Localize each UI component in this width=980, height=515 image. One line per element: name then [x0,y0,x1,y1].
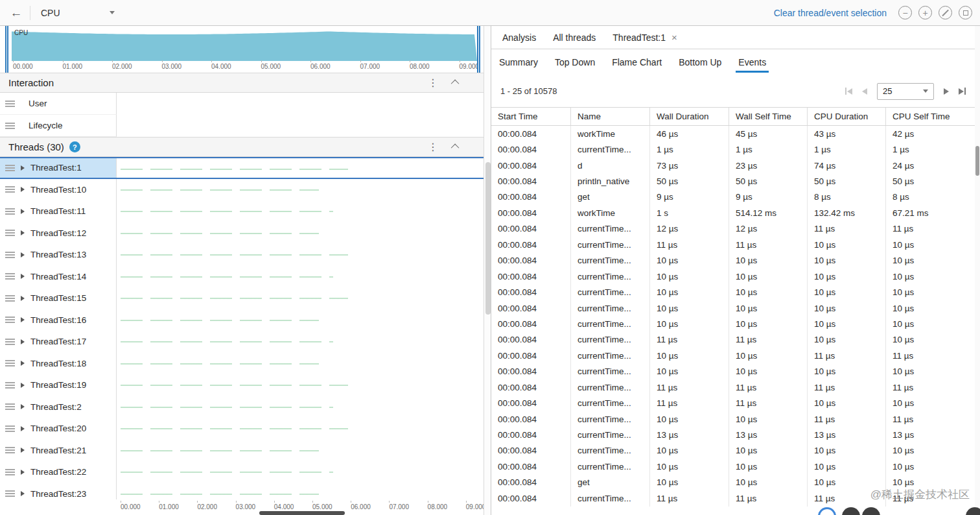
drag-handle-icon[interactable] [5,360,15,366]
table-scrollbar-thumb[interactable] [975,146,979,176]
expand-arrow-icon[interactable] [21,448,25,453]
expand-arrow-icon[interactable] [21,209,25,214]
thread-track[interactable] [117,440,484,462]
interaction-kebab-menu-icon[interactable]: ⋮ [428,77,438,89]
table-row[interactable]: 00:00.084currentTime...13 µs13 µs13 µs13… [491,427,975,442]
threads-scrollbar[interactable] [484,26,491,515]
threads-kebab-menu-icon[interactable]: ⋮ [428,141,438,153]
drag-handle-icon[interactable] [5,295,15,302]
tab-analysis[interactable]: Analysis [494,26,544,49]
thread-row[interactable]: ThreadTest:22 [0,461,484,483]
table-row[interactable]: 00:00.084currentTime...11 µs11 µs11 µs11… [491,490,975,506]
thread-track[interactable] [117,418,484,440]
user-track[interactable] [117,93,484,115]
zoom-in-button[interactable]: + [918,6,932,19]
thread-row[interactable]: ThreadTest:20 [0,418,484,440]
table-row[interactable]: 00:00.084println_native50 µs50 µs50 µs50… [491,173,975,189]
thread-track[interactable] [117,266,484,288]
interaction-section-header[interactable]: Interaction ⋮ [0,73,484,93]
drag-handle-icon[interactable] [5,186,15,193]
table-row[interactable]: 00:00.084currentTime...11 µs11 µs10 µs10… [491,332,975,348]
thread-track[interactable] [117,309,484,331]
expand-arrow-icon[interactable] [21,296,25,301]
drag-handle-icon[interactable] [5,252,15,258]
thread-track[interactable] [117,287,484,309]
table-row[interactable]: 00:00.084currentTime...10 µs10 µs10 µs10… [491,443,975,459]
table-row[interactable]: 00:00.084currentTime...10 µs10 µs10 µs10… [491,459,975,474]
drag-handle-icon[interactable] [5,101,15,107]
table-row[interactable]: 00:00.084currentTime...10 µs10 µs10 µs10… [491,253,975,269]
table-row[interactable]: 00:00.084currentTime...10 µs10 µs10 µs10… [491,364,975,379]
interaction-collapse-icon[interactable] [451,80,460,88]
back-button[interactable]: ← [8,6,25,20]
drag-handle-icon[interactable] [5,339,15,345]
first-page-button[interactable] [845,88,852,95]
expand-arrow-icon[interactable] [21,317,25,322]
previous-page-button[interactable] [862,88,867,95]
table-row[interactable]: 00:00.084currentTime...10 µs10 µs11 µs11… [491,411,975,427]
table-row[interactable]: 00:00.084get10 µs10 µs10 µs10 µs [491,475,975,490]
expand-arrow-icon[interactable] [21,426,25,431]
thread-row[interactable]: ThreadTest:15 [0,287,484,309]
subtab-events[interactable]: Events [737,49,767,75]
thread-row[interactable]: ThreadTest:17 [0,331,484,353]
table-row[interactable]: 00:00.084currentTime...10 µs10 µs10 µs10… [491,284,975,300]
expand-arrow-icon[interactable] [21,187,25,192]
drag-handle-icon[interactable] [5,123,15,129]
drag-handle-icon[interactable] [5,230,15,236]
thread-track[interactable] [117,396,484,418]
thread-row[interactable]: ThreadTest:13 [0,244,484,266]
thread-track[interactable] [117,331,484,353]
column-header[interactable]: CPU Self Time [886,108,975,125]
drag-handle-icon[interactable] [5,165,15,171]
table-row[interactable]: 00:00.084currentTime...12 µs12 µs11 µs11… [491,221,975,237]
thread-track[interactable] [117,374,484,396]
last-page-button[interactable] [959,88,966,95]
expand-arrow-icon[interactable] [21,404,25,409]
threads-scrollbar-thumb[interactable] [485,162,491,315]
table-row[interactable]: 00:00.084get9 µs9 µs8 µs8 µs [491,189,975,205]
expand-arrow-icon[interactable] [21,361,25,366]
interaction-row-user[interactable]: User [0,93,484,115]
drag-handle-icon[interactable] [5,469,15,475]
thread-row[interactable]: ThreadTest:21 [0,440,484,462]
table-row[interactable]: 00:00.084d73 µs23 µs74 µs24 µs [491,158,975,173]
expand-arrow-icon[interactable] [21,274,25,279]
thread-track[interactable] [117,179,484,201]
drag-handle-icon[interactable] [5,273,15,280]
tab-all-threads[interactable]: All threads [544,26,604,49]
expand-arrow-icon[interactable] [21,470,25,475]
thread-row[interactable]: ThreadTest:2 [0,396,484,418]
table-row[interactable]: 00:00.084currentTime...11 µs11 µs10 µs10… [491,237,975,252]
thread-row[interactable]: ThreadTest:1 [0,157,484,179]
expand-arrow-icon[interactable] [21,491,25,496]
thread-track[interactable] [117,158,484,178]
table-row[interactable]: 00:00.084currentTime...10 µs10 µs10 µs10… [491,316,975,331]
expand-arrow-icon[interactable] [21,230,25,235]
selection-start-handle[interactable] [5,26,8,73]
thread-track[interactable] [117,461,484,483]
thread-row[interactable]: ThreadTest:14 [0,266,484,288]
thread-track[interactable] [117,222,484,245]
column-header[interactable]: Wall Duration [650,108,729,125]
next-page-button[interactable] [944,88,949,95]
subtab-summary[interactable]: Summary [498,49,539,75]
selection-end-handle[interactable] [477,26,480,73]
thread-track[interactable] [117,200,484,222]
lifecycle-track[interactable] [117,115,484,137]
threads-collapse-icon[interactable] [451,144,460,152]
column-header[interactable]: Wall Self Time [729,108,808,125]
table-row[interactable]: 00:00.084currentTime...10 µs10 µs10 µs10… [491,300,975,316]
subtab-top-down[interactable]: Top Down [554,49,596,75]
table-row[interactable]: 00:00.084currentTime...1 µs1 µs1 µs1 µs [491,141,975,157]
horizontal-scrollbar-thumb[interactable] [259,511,345,515]
zoom-to-selection-button[interactable] [959,6,972,19]
thread-row[interactable]: ThreadTest:11 [0,200,484,222]
subtab-flame-chart[interactable]: Flame Chart [611,49,663,75]
thread-row[interactable]: ThreadTest:19 [0,374,484,396]
cpu-usage-chart[interactable]: CPU 00.00001.00002.00003.00004.00005.000… [0,26,484,73]
interaction-row-lifecycle[interactable]: Lifecycle [0,115,484,137]
drag-handle-icon[interactable] [5,382,15,389]
drag-handle-icon[interactable] [5,447,15,453]
thread-track[interactable] [117,353,484,375]
